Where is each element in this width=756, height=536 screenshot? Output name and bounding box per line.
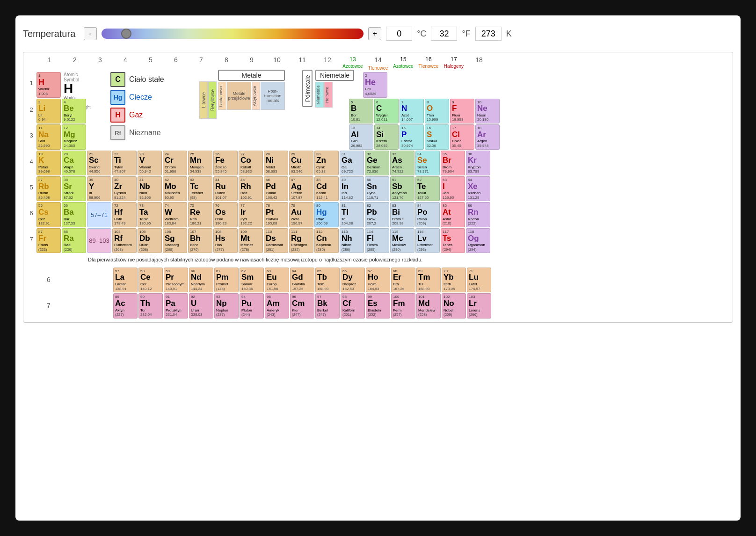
- element-Sn[interactable]: 50SnCyna118,71: [365, 176, 389, 201]
- element-Hg[interactable]: 80HgRtęć200,59: [314, 202, 339, 227]
- element-Ce[interactable]: 58CeCer140,12: [138, 268, 163, 292]
- element-Sm[interactable]: 62SmSamar150,36: [240, 268, 264, 292]
- element-Ho[interactable]: 67HoHolm164,93: [366, 268, 390, 292]
- element-W[interactable]: 74WWolfram183,84: [163, 202, 187, 227]
- element-Pd[interactable]: 46PdPallad106,42: [264, 176, 288, 201]
- element-Nh[interactable]: 113NhNihon(286): [340, 228, 364, 253]
- element-Ac[interactable]: 89AcAktyn(227): [113, 293, 138, 318]
- element-Cs[interactable]: 55CsCez132,91: [36, 202, 61, 227]
- element-B[interactable]: 5BBor10,81: [349, 99, 373, 123]
- element-Rf[interactable]: 104RfRutherford(268): [112, 228, 137, 253]
- element-Es[interactable]: 99EsEinstein(252): [366, 293, 390, 318]
- element-Pa[interactable]: 91PaProtaktyn231,04: [164, 293, 188, 318]
- element-Sg[interactable]: 106SgSeaborg(269): [163, 228, 187, 253]
- element-Co[interactable]: 27CoKobalt58,933: [239, 151, 263, 175]
- temp-fahrenheit-input[interactable]: 32: [431, 27, 457, 41]
- lanthanide-ref-cell[interactable]: 57–71: [87, 202, 111, 227]
- element-U[interactable]: 92UUran238,03: [189, 293, 213, 318]
- element-Mn[interactable]: 25MnMangan54,938: [188, 151, 212, 175]
- element-Cr[interactable]: 24CrChrom51,996: [163, 151, 187, 175]
- element-Db[interactable]: 105DbDubn(268): [138, 228, 162, 253]
- element-Rn[interactable]: 86RnRadon(222): [466, 202, 490, 227]
- element-Lu[interactable]: 71LuLutet174,97: [467, 268, 491, 292]
- element-Ar[interactable]: 18ArArgon39,948: [475, 124, 500, 149]
- element-In[interactable]: 49InInd114,82: [340, 176, 364, 201]
- element-Np[interactable]: 93NpNeptun(237): [214, 293, 239, 318]
- element-I[interactable]: 53IJod126,90: [441, 176, 465, 201]
- element-Mc[interactable]: 115McMoskow(290): [390, 228, 414, 253]
- element-He[interactable]: 2 He Hel 4,0026: [363, 72, 387, 98]
- element-Cm[interactable]: 96CmKiur(247): [290, 293, 314, 318]
- element-H[interactable]: 1 H Wodór 1,008: [36, 72, 61, 98]
- element-Be[interactable]: 4BeBeryl9,0122: [62, 99, 86, 123]
- element-Cu[interactable]: 29CuMiedź63,546: [289, 151, 313, 175]
- element-As[interactable]: 33AsArsen74,922: [390, 151, 414, 175]
- actinide-ref-cell[interactable]: 89–103: [87, 228, 111, 253]
- element-Tl[interactable]: 81TlTal204,38: [340, 202, 364, 227]
- element-Hf[interactable]: 72HfHafn178,49: [112, 202, 137, 227]
- element-Am[interactable]: 95AmAmeryk(243): [265, 293, 289, 318]
- element-K[interactable]: 19KPotas39,098: [36, 151, 61, 175]
- element-Sc[interactable]: 21ScSkand44,956: [87, 151, 111, 175]
- element-Fm[interactable]: 100FmFerm(257): [391, 293, 415, 318]
- element-Ra[interactable]: 88RaRad(226): [62, 228, 86, 253]
- element-Na[interactable]: 11NaSód22,990: [36, 124, 61, 149]
- element-Rg[interactable]: 111RgRoentgen(282): [289, 228, 313, 253]
- element-Eu[interactable]: 63EuEurop151,96: [265, 268, 289, 292]
- element-Po[interactable]: 84PoPolon(209): [415, 202, 440, 227]
- element-Rb[interactable]: 37RbRubid85,468: [36, 176, 61, 201]
- element-Tb[interactable]: 65TbTerb158,93: [315, 268, 340, 292]
- element-Pr[interactable]: 59PrPrazeodym140,91: [164, 268, 188, 292]
- element-Ru[interactable]: 44RuRuten101,07: [213, 176, 238, 201]
- element-Og[interactable]: 118OgOganeson(294): [466, 228, 490, 253]
- element-Rh[interactable]: 45RhRod102,91: [239, 176, 263, 201]
- element-Fe[interactable]: 26FeŻelazo55,845: [213, 151, 238, 175]
- element-Pt[interactable]: 78PtPlatyna195,08: [264, 202, 288, 227]
- element-Fr[interactable]: 87FrFrans(223): [36, 228, 61, 253]
- element-Bh[interactable]: 107BhBohr(270): [188, 228, 212, 253]
- element-Cn[interactable]: 112CnKopernik(285): [314, 228, 339, 253]
- element-Tc[interactable]: 43TcTechnet(98): [188, 176, 212, 201]
- temp-slider-thumb[interactable]: [121, 29, 131, 39]
- element-Mo[interactable]: 42MoMolibden95,95: [163, 176, 187, 201]
- element-No[interactable]: 102NoNobel(259): [442, 293, 466, 318]
- temp-increase-button[interactable]: +: [368, 27, 381, 40]
- element-Er[interactable]: 68ErErb167,26: [391, 268, 415, 292]
- element-Si[interactable]: 14SiKrzem28,085: [374, 124, 399, 149]
- element-Pm[interactable]: 61PmPromet(145): [214, 268, 239, 292]
- element-Cl[interactable]: 17ClChlor35,45: [450, 124, 474, 149]
- element-Os[interactable]: 76OsOsm190,23: [213, 202, 238, 227]
- element-Yb[interactable]: 70YbIterb173,05: [442, 268, 466, 292]
- element-Ba[interactable]: 56BaBar137,33: [62, 202, 86, 227]
- element-Cf[interactable]: 98CfKaliforn(251): [341, 293, 365, 318]
- element-F[interactable]: 9FFluor18,998: [450, 99, 474, 123]
- element-Hs[interactable]: 108HsHas(277): [213, 228, 238, 253]
- element-Sr[interactable]: 38SrStront87,62: [62, 176, 86, 201]
- element-Ne[interactable]: 10NeNeon20,180: [475, 99, 500, 123]
- element-Gd[interactable]: 64GdGadolin157,25: [290, 268, 314, 292]
- element-S[interactable]: 16SSiarka32,06: [425, 124, 449, 149]
- element-Bk[interactable]: 97BkBerkel(247): [315, 293, 340, 318]
- element-Ds[interactable]: 110DsDarmstadt(281): [264, 228, 288, 253]
- element-Au[interactable]: 79AuZłoto196,97: [289, 202, 313, 227]
- element-V[interactable]: 23VWanad50,942: [138, 151, 162, 175]
- element-Kr[interactable]: 36KrKrypton83,798: [466, 151, 490, 175]
- element-Pb[interactable]: 82PbOłów207,2: [365, 202, 389, 227]
- element-C[interactable]: 6CWęgiel12,011: [374, 99, 399, 123]
- element-Pu[interactable]: 94PuPluton(244): [240, 293, 264, 318]
- element-Xe[interactable]: 54XeKsenon131,29: [466, 176, 490, 201]
- element-Cd[interactable]: 48CdKadm112,41: [314, 176, 339, 201]
- element-Ge[interactable]: 32GeGerman72,630: [365, 151, 389, 175]
- element-Tm[interactable]: 69TmTul168,93: [416, 268, 441, 292]
- element-Lv[interactable]: 116LvLiwermor(293): [415, 228, 440, 253]
- element-Ni[interactable]: 28NiNikiel58,693: [264, 151, 288, 175]
- element-At[interactable]: 85AtAstat(210): [441, 202, 465, 227]
- element-La[interactable]: 57LaLantan138,91: [113, 268, 138, 292]
- element-Mg[interactable]: 12MgMagnez24,305: [62, 124, 86, 149]
- element-Bi[interactable]: 83BiBizmut208,98: [390, 202, 414, 227]
- temp-celsius-input[interactable]: 0: [386, 27, 412, 41]
- temp-slider[interactable]: [102, 29, 363, 39]
- element-Se[interactable]: 34SeSelen78,971: [415, 151, 440, 175]
- element-Lr[interactable]: 103LrLorens(266): [467, 293, 491, 318]
- element-Al[interactable]: 13AlGlin26,982: [349, 124, 373, 149]
